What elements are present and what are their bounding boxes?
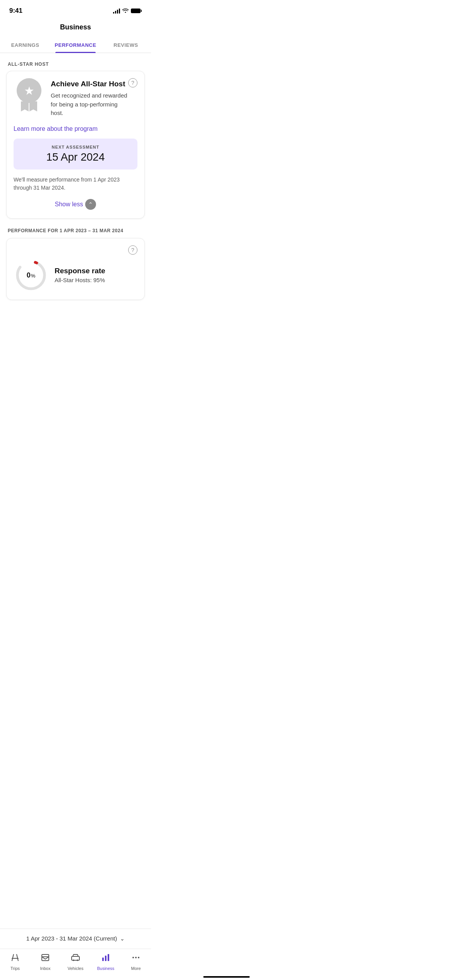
learn-more-link[interactable]: Learn more about the program: [14, 125, 137, 132]
tab-reviews[interactable]: REVIEWS: [101, 38, 151, 53]
assessment-date: 15 Apr 2024: [20, 151, 131, 163]
response-rate-subtitle: All-Star Hosts: 95%: [55, 277, 105, 283]
show-less-button[interactable]: Show less ⌃: [14, 197, 137, 211]
tab-performance[interactable]: PERFORMANCE: [50, 38, 101, 53]
help-icon[interactable]: ?: [128, 78, 137, 87]
allstar-title: Achieve All-Star Host: [51, 80, 128, 88]
page-title: Business: [0, 19, 151, 38]
status-time: 9:41: [9, 7, 22, 15]
gauge-value: 0%: [27, 271, 36, 279]
signal-icon: [113, 8, 120, 14]
show-less-label: Show less: [55, 201, 83, 208]
allstar-badge-icon: ★: [14, 78, 45, 113]
response-rate-card: ? 0% Response rate All-Star Hosts: 95%: [6, 238, 145, 300]
wifi-icon: [122, 8, 129, 14]
response-help-icon[interactable]: ?: [128, 245, 137, 255]
allstar-info: Achieve All-Star Host Get recognized and…: [51, 78, 128, 118]
performance-section-label: PERFORMANCE FOR 1 APR 2023 – 31 MAR 2024: [0, 226, 151, 238]
allstar-body: Get recognized and rewarded for being a …: [51, 91, 128, 118]
battery-icon: [131, 9, 142, 13]
status-icons: [113, 8, 142, 14]
chevron-up-icon: ⌃: [85, 199, 96, 210]
allstar-card: ★ Achieve All-Star Host Get recognized a…: [6, 71, 145, 219]
next-assessment-label: NEXT ASSESSMENT: [20, 145, 131, 149]
allstar-header: ★ Achieve All-Star Host Get recognized a…: [14, 78, 128, 118]
allstar-section-label: ALL-STAR HOST: [0, 53, 151, 71]
response-rate-title: Response rate: [55, 267, 105, 275]
tab-earnings[interactable]: EARNINGS: [0, 38, 50, 53]
status-bar: 9:41: [0, 0, 151, 19]
performance-note: We'll measure performance from 1 Apr 202…: [14, 176, 137, 192]
response-info: Response rate All-Star Hosts: 95%: [55, 267, 105, 283]
tabs: EARNINGS PERFORMANCE REVIEWS: [0, 38, 151, 53]
gauge: 0%: [14, 258, 48, 293]
assessment-box: NEXT ASSESSMENT 15 Apr 2024: [14, 139, 137, 170]
